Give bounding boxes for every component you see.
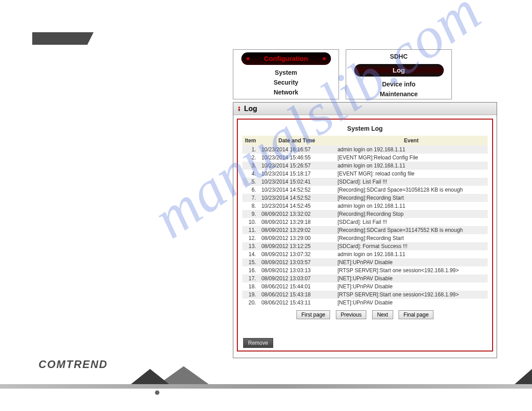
table-row: 16.08/09/2012 13:03:13[RTSP SERVER]:Star… [242, 266, 488, 274]
log-icon [236, 106, 242, 112]
nav-item-security[interactable]: Security [233, 77, 339, 87]
cell-item: 13. [242, 242, 259, 250]
table-row: 2.10/23/2014 15:46:55[EVENT MGR]:Reload … [242, 154, 488, 162]
cell-datetime: 10/23/2014 14:52:45 [259, 202, 335, 210]
cell-event: [SDCard]: List Fail !!! [335, 178, 488, 186]
cell-datetime: 08/09/2012 13:29:02 [259, 226, 335, 234]
table-row: 15.08/09/2012 13:03:57[NET]:UPnPAV Disab… [242, 258, 488, 266]
cell-event: [NET]:UPnPAV Disable [335, 299, 488, 307]
dot-icon [323, 57, 326, 60]
nav-left-box: Configuration System Security Network [233, 49, 339, 99]
table-row: 13.08/09/2012 13:12:25[SDCard]: Format S… [242, 242, 488, 250]
nav-item-sdhc[interactable]: SDHC [346, 51, 451, 61]
log-body: System Log Item Date and Time Event 1.10… [237, 119, 493, 351]
footer-strip [0, 384, 532, 389]
cell-datetime: 08/09/2012 13:12:25 [259, 242, 335, 250]
table-row: 10.08/09/2012 13:29:18[SDCard]: List Fai… [242, 218, 488, 226]
cell-datetime: 10/23/2014 14:52:52 [259, 194, 335, 202]
table-row: 4.10/23/2014 15:18:17[EVENT MGR]: reload… [242, 170, 488, 178]
nav-item-maintenance[interactable]: Maintenance [346, 89, 451, 99]
next-button[interactable]: Next [372, 310, 393, 319]
cell-event: [EVENT MGR]: reload config file [335, 170, 488, 178]
first-page-button[interactable]: First page [296, 310, 330, 319]
cell-item: 2. [242, 154, 259, 162]
table-row: 3.10/23/2014 15:26:57admin login on 192.… [242, 162, 488, 170]
nav-item-network[interactable]: Network [233, 87, 339, 97]
cell-event: [Recording]:Recording Start [335, 194, 488, 202]
table-row: 14.08/09/2012 13:07:32admin login on 192… [242, 250, 488, 258]
table-row: 11.08/09/2012 13:29:02[Recording]:SDCard… [242, 226, 488, 234]
cell-event: [Recording]:Recording Start [335, 234, 488, 242]
cell-datetime: 10/23/2014 15:02:41 [259, 178, 335, 186]
footer-decoration [0, 367, 532, 389]
cell-item: 17. [242, 274, 259, 283]
cell-datetime: 08/09/2012 13:07:32 [259, 250, 335, 258]
col-item: Item [242, 136, 259, 146]
cell-item: 10. [242, 218, 259, 226]
cell-item: 8. [242, 202, 259, 210]
table-row: 5.10/23/2014 15:02:41[SDCard]: List Fail… [242, 178, 488, 186]
cell-item: 11. [242, 226, 259, 234]
cell-datetime: 10/23/2014 15:46:55 [259, 154, 335, 162]
cell-datetime: 08/06/2012 15:43:18 [259, 291, 335, 299]
cell-datetime: 08/09/2012 13:03:57 [259, 258, 335, 266]
table-row: 19.08/06/2012 15:43:18[RTSP SERVER]:Star… [242, 291, 488, 299]
nav-item-device-info[interactable]: Device info [346, 79, 451, 89]
cell-item: 14. [242, 250, 259, 258]
cell-datetime: 10/23/2014 14:52:52 [259, 186, 335, 194]
cell-datetime: 08/09/2012 13:29:00 [259, 234, 335, 242]
log-pill[interactable]: Log [354, 64, 444, 77]
cell-item: 6. [242, 186, 259, 194]
cell-item: 4. [242, 170, 259, 178]
cell-event: [SDCard]: List Fail !!! [335, 218, 488, 226]
cell-item: 15. [242, 258, 259, 266]
cell-event: [RTSP SERVER]:Start one session<192.168.… [335, 291, 488, 299]
log-label: Log [393, 66, 405, 74]
cell-event: admin login on 192.168.1.11 [335, 162, 488, 170]
log-panel-header: Log [233, 103, 497, 115]
cell-event: [EVENT MGR]:Reload Config File [335, 154, 488, 162]
cell-datetime: 08/09/2012 13:03:13 [259, 266, 335, 274]
cell-datetime: 10/23/2014 16:16:57 [259, 146, 335, 154]
cell-item: 12. [242, 234, 259, 242]
system-log-title: System Log [242, 125, 488, 132]
log-panel: Log System Log Item Date and Time Event … [233, 102, 497, 358]
final-page-button[interactable]: Final page [399, 310, 433, 319]
cell-event: admin login on 192.168.1.11 [335, 250, 488, 258]
cell-datetime: 08/06/2012 15:43:11 [259, 299, 335, 307]
dot-icon [155, 390, 159, 395]
cell-datetime: 10/23/2014 15:18:17 [259, 170, 335, 178]
cell-item: 9. [242, 210, 259, 218]
table-row: 8.10/23/2014 14:52:45admin login on 192.… [242, 202, 488, 210]
table-row: 1.10/23/2014 16:16:57admin login on 192.… [242, 146, 488, 154]
configuration-label: Configuration [264, 55, 308, 62]
cell-item: 20. [242, 299, 259, 307]
cell-event: [NET]:UPnPAV Disable [335, 274, 488, 283]
cell-item: 18. [242, 283, 259, 291]
cell-item: 19. [242, 291, 259, 299]
cell-item: 3. [242, 162, 259, 170]
table-row: 7.10/23/2014 14:52:52[Recording]:Recordi… [242, 194, 488, 202]
table-row: 17.08/09/2012 13:03:07[NET]:UPnPAV Disab… [242, 274, 488, 283]
cell-item: 7. [242, 194, 259, 202]
cell-event: [SDCard]: Format Success !!! [335, 242, 488, 250]
dot-icon [247, 57, 249, 60]
nav-item-system[interactable]: System [233, 68, 339, 77]
syslog-table: Item Date and Time Event 1.10/23/2014 16… [242, 136, 488, 307]
cell-datetime: 08/06/2012 15:44:01 [259, 283, 335, 291]
cell-datetime: 08/09/2012 13:29:18 [259, 218, 335, 226]
cell-datetime: 10/23/2014 15:26:57 [259, 162, 335, 170]
table-row: 20.08/06/2012 15:43:11[NET]:UPnPAV Disab… [242, 299, 488, 307]
remove-button[interactable]: Remove [243, 338, 273, 348]
cell-datetime: 08/09/2012 13:03:07 [259, 274, 335, 283]
previous-button[interactable]: Previous [336, 310, 367, 319]
table-row: 18.08/06/2012 15:44:01[NET]:UPnPAV Disab… [242, 283, 488, 291]
cell-item: 1. [242, 146, 259, 154]
table-row: 12.08/09/2012 13:29:00[Recording]:Record… [242, 234, 488, 242]
configuration-pill[interactable]: Configuration [241, 52, 331, 65]
col-event: Event [335, 136, 488, 146]
cell-event: [NET]:UPnPAV Disable [335, 258, 488, 266]
cell-datetime: 08/09/2012 13:32:02 [259, 210, 335, 218]
cell-event: [Recording]:SDCard Space=31058128 KB is … [335, 186, 488, 194]
col-datetime: Date and Time [259, 136, 335, 146]
